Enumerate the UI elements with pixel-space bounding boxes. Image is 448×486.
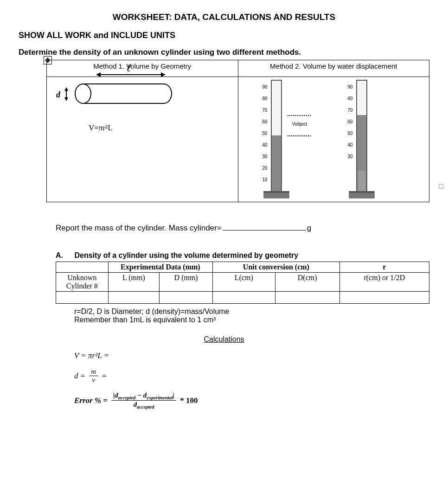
tick2-80: 80 [348,96,353,101]
method1-cell: ℓ d V=πr²L [47,77,238,202]
tick2-70: 70 [348,108,353,113]
col-unit-conv: Unit conversion (cm) [213,262,340,273]
section-a-label: A. [56,251,72,260]
graduated-cylinder-left: 90 80 70 60 50 40 30 20 10 [266,80,287,198]
dash-lower-icon [288,135,311,136]
section-a-heading: A. Density of a cylinder using the volum… [56,251,429,260]
input-r-cm[interactable] [339,292,429,304]
mass-blank[interactable] [223,230,306,230]
graduated-cylinders: 90 80 70 60 50 40 30 20 10 Vobject [266,80,372,198]
show-work-heading: SHOW ALL WORK and INCLUDE UNITS [19,31,429,40]
notes: r=D/2, D is Diameter; d (density)=mass/V… [74,307,429,324]
tick-70: 70 [262,108,268,113]
mass-unit: g [307,224,311,232]
eq-density: d = m v = [74,368,429,384]
tick-30: 30 [262,154,268,159]
mass-line: Report the mass of the cylinder. Mass cy… [56,224,429,233]
diameter-label: d [56,90,60,100]
data-table-a: Experimental Data (mm) Unit conversion (… [56,262,429,304]
eq-error: Error % = |daccepted − dexperimental| da… [74,391,429,409]
cell-D-cm: D(cm) [275,273,339,292]
calculations-heading: Calculations [19,335,429,344]
methods-table-wrap: Method 1. Volume by Geometry Method 2. V… [46,60,429,202]
tick-60: 60 [262,119,268,124]
graduated-cylinder-right: 90 80 70 60 50 40 30 [352,80,372,198]
cell-L-mm: L (mm) [108,273,160,292]
note-line2: Remember than 1mL is equivalent to 1 cm³ [74,316,429,324]
section-a-title: Density of a cylinder using the volume d… [74,251,298,259]
col-experimental: Experimental Data (mm) [108,262,212,273]
col-r: r [339,262,429,273]
note-line1: r=D/2, D is Diameter; d (density)=mass/V… [74,307,429,316]
method2-cell: 90 80 70 60 50 40 30 20 10 Vobject [238,77,429,202]
tick2-30: 30 [348,154,353,159]
diameter-arrow-icon [64,87,68,101]
tick-80: 80 [262,96,268,101]
task-text: Determine the density of an unknown cyli… [19,48,301,57]
length-arrow-icon [96,72,166,77]
sample-object-in-cylinder [358,171,365,191]
input-unknown-cyl[interactable] [56,292,109,304]
mass-prompt: Report the mass of the cylinder. Mass cy… [56,224,222,232]
cell-r-cm: r(cm) or 1/2D [339,273,429,292]
tick-50: 50 [262,131,268,136]
input-D-mm[interactable] [160,292,213,304]
cylinder-diagram: ℓ d [75,83,167,104]
tick-40: 40 [262,142,268,147]
tick2-40: 40 [348,142,353,147]
volume-formula: V=πr²L [89,123,113,133]
worksheet-title: WORKSHEET: DATA, CALCULATIONS AND RESULT… [19,12,429,22]
input-L-cm[interactable] [213,292,275,304]
methods-table: Method 1. Volume by Geometry Method 2. V… [46,60,429,202]
equations: V = πr²L = d = m v = Error % = |daccepte… [74,351,429,409]
tick-90: 90 [262,84,268,90]
tick-10: 10 [262,177,268,182]
cell-L-cm: L(cm) [213,273,275,292]
method2-header: Method 2. Volume by water displacement [238,60,429,77]
v-object-label: Vobject [292,122,307,127]
tick2-90: 90 [348,84,353,90]
tick-20: 20 [262,166,268,171]
dash-upper-icon [288,115,311,116]
cell-unknown-cyl: Unknown Cylinder # [56,273,109,292]
input-D-cm[interactable] [275,292,339,304]
eq-volume: V = πr²L = [74,351,429,360]
resize-handle-icon [439,184,443,189]
tick2-50: 50 [348,131,353,136]
task-heading: Determine the density of an unknown cyli… [19,48,429,57]
cell-D-mm: D (mm) [160,273,213,292]
input-L-mm[interactable] [108,292,160,304]
tick2-60: 60 [348,119,353,124]
